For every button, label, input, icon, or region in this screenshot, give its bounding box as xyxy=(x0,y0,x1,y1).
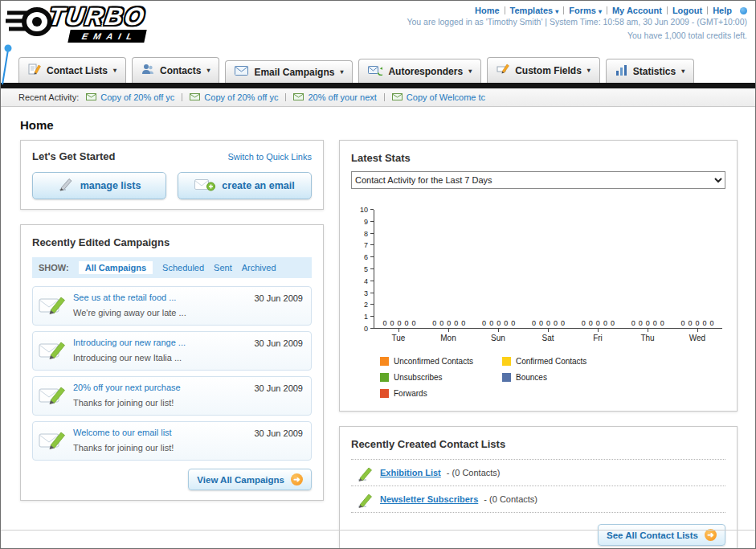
pencil-icon xyxy=(58,177,74,195)
chart-value-label: 0 xyxy=(646,319,650,327)
contact-list-link[interactable]: Exhibition List xyxy=(380,468,441,477)
tab-contact-lists[interactable]: Contact Lists ▾ xyxy=(18,57,126,83)
campaign-title-link[interactable]: 20% off your next purchase xyxy=(73,383,242,392)
edit-email-icon xyxy=(39,383,67,409)
chart-value-label: 0 xyxy=(454,319,458,327)
separator xyxy=(285,93,286,101)
separator xyxy=(607,6,607,14)
separator xyxy=(667,6,668,14)
legend-label: Unconfirmed Contacts xyxy=(394,357,473,366)
activity-link[interactable]: Copy of 20% off yc xyxy=(204,92,278,102)
chart-value-labels: 00000 xyxy=(474,319,524,327)
filter-tab-all-campaigns[interactable]: All Campaigns xyxy=(79,261,153,274)
filter-tab-scheduled[interactable]: Scheduled xyxy=(162,263,204,272)
credits-status: You have 1,000 total credits left. xyxy=(407,29,747,43)
login-status: You are logged in as 'Timothy Smith' | S… xyxy=(407,15,747,29)
separator xyxy=(505,6,505,14)
filter-tab-archived[interactable]: Archived xyxy=(242,263,276,272)
contact-list-link[interactable]: Newsletter Subscribers xyxy=(380,494,478,504)
chart-value-label: 0 xyxy=(390,319,394,327)
dropdown-arrow-icon: ▾ xyxy=(340,68,343,76)
chart-value-label: 0 xyxy=(504,319,508,327)
x-axis-label: Thu xyxy=(623,329,672,342)
blue-dot-decoration xyxy=(740,7,747,14)
recent-activity-label: Recent Activity: xyxy=(18,92,79,102)
chart-value-label: 0 xyxy=(539,319,543,327)
chart-value-label: 0 xyxy=(432,319,436,327)
left-column: Let's Get Started Switch to Quick Links … xyxy=(20,140,324,515)
page-title: Home xyxy=(20,118,755,132)
tab-statistics[interactable]: Statistics ▾ xyxy=(606,59,694,83)
chart-value-label: 0 xyxy=(532,319,536,327)
create-email-button[interactable]: create an email xyxy=(178,172,312,199)
campaign-title-link[interactable]: Welcome to our email list xyxy=(73,428,242,437)
arrow-icon: ➜ xyxy=(705,529,717,541)
tab-autoresponders[interactable]: Autoresponders ▾ xyxy=(358,59,481,83)
tab-custom-fields[interactable]: Custom Fields ▾ xyxy=(487,57,600,83)
chart-value-label: 0 xyxy=(511,319,515,327)
chart-bar-group: 00000 xyxy=(524,210,574,328)
chart-value-label: 0 xyxy=(482,319,486,327)
top-nav-help[interactable]: Help xyxy=(713,6,732,15)
top-nav-my-account[interactable]: My Account xyxy=(612,6,662,15)
x-axis-label-text: Fri xyxy=(593,334,603,342)
pencil-icon xyxy=(356,465,374,485)
switch-quick-links-link[interactable]: Switch to Quick Links xyxy=(227,152,312,162)
activity-link[interactable]: 20% off your next xyxy=(308,92,376,102)
x-axis-label-text: Sat xyxy=(541,334,554,342)
bottom-divider xyxy=(1,530,755,531)
edit-email-icon xyxy=(39,428,67,454)
get-started-title: Let's Get Started xyxy=(32,150,116,162)
view-all-campaigns-button[interactable]: View All Campaigns ➜ xyxy=(188,469,312,490)
x-axis-label: Sun xyxy=(473,329,523,342)
legend-label: Confirmed Contacts xyxy=(516,357,586,366)
campaign-title-link[interactable]: Introducing our new range ... xyxy=(73,338,242,347)
campaign-subtitle: Thanks for joining our list! xyxy=(73,443,174,453)
legend-swatch xyxy=(502,357,511,366)
edit-email-icon xyxy=(39,338,67,364)
logo-title: TURBO xyxy=(47,4,148,29)
y-tick-label: 9 xyxy=(364,218,368,226)
x-tick-mark xyxy=(697,329,698,332)
top-nav-home[interactable]: Home xyxy=(475,6,500,15)
autoresponder-icon xyxy=(368,64,382,78)
campaign-title-link[interactable]: See us at the retail food ... xyxy=(73,293,242,302)
legend-swatch xyxy=(502,373,511,382)
x-axis-label-text: Sun xyxy=(491,334,505,342)
see-all-contact-lists-button[interactable]: See All Contact Lists ➜ xyxy=(598,524,725,546)
x-tick-mark xyxy=(648,329,648,332)
contact-lists-icon xyxy=(28,63,41,78)
chart-groups: 00000000000000000000000000000000000 xyxy=(374,210,722,328)
campaign-date: 30 Jun 2009 xyxy=(254,428,303,438)
chart-x-labels: TueMonSunSatFriThuWed xyxy=(374,329,722,342)
top-nav-forms-label: Forms xyxy=(569,6,596,15)
header: TURBO EMAIL Home Templates ▾ Forms ▾ My … xyxy=(1,1,755,51)
manage-lists-button[interactable]: manage lists xyxy=(32,172,166,199)
campaign-row: Welcome to our email list Thanks for joi… xyxy=(32,421,312,461)
campaign-date: 30 Jun 2009 xyxy=(254,338,303,348)
x-axis-label-text: Mon xyxy=(440,334,456,342)
activity-item: Copy of 20% off yc xyxy=(86,92,174,102)
top-nav-forms[interactable]: Forms ▾ xyxy=(569,6,602,15)
filter-tab-sent[interactable]: Sent xyxy=(214,263,232,272)
top-nav-logout[interactable]: Logout xyxy=(672,6,702,15)
chart-value-label: 0 xyxy=(461,319,465,327)
header-right: Home Templates ▾ Forms ▾ My Account Logo… xyxy=(407,4,747,51)
campaign-subtitle: We're giving away our late ... xyxy=(73,308,186,318)
separator xyxy=(182,93,182,101)
legend-label: Unsubscribes xyxy=(394,373,443,382)
email-icon xyxy=(392,92,403,102)
x-tick-mark xyxy=(448,329,449,332)
top-nav-templates[interactable]: Templates ▾ xyxy=(510,6,559,15)
contact-list-row: Exhibition List - (0 Contacts) xyxy=(351,459,725,486)
stats-range-select[interactable]: Contact Activity for the Last 7 Days xyxy=(351,171,725,189)
tab-contacts[interactable]: Contacts ▾ xyxy=(132,57,219,83)
chart-value-label: 0 xyxy=(382,319,386,327)
chart-bar-group: 00000 xyxy=(623,210,672,328)
activity-link[interactable]: Copy of Welcome tc xyxy=(407,92,485,102)
tab-label: Autoresponders xyxy=(388,66,463,77)
activity-link[interactable]: Copy of 20% off yc xyxy=(100,92,174,102)
recent-contact-lists-panel: Recently Created Contact Lists Exhibitio… xyxy=(339,426,738,549)
tab-email-campaigns[interactable]: Email Campaigns ▾ xyxy=(225,60,353,83)
chart-value-label: 0 xyxy=(554,319,558,327)
